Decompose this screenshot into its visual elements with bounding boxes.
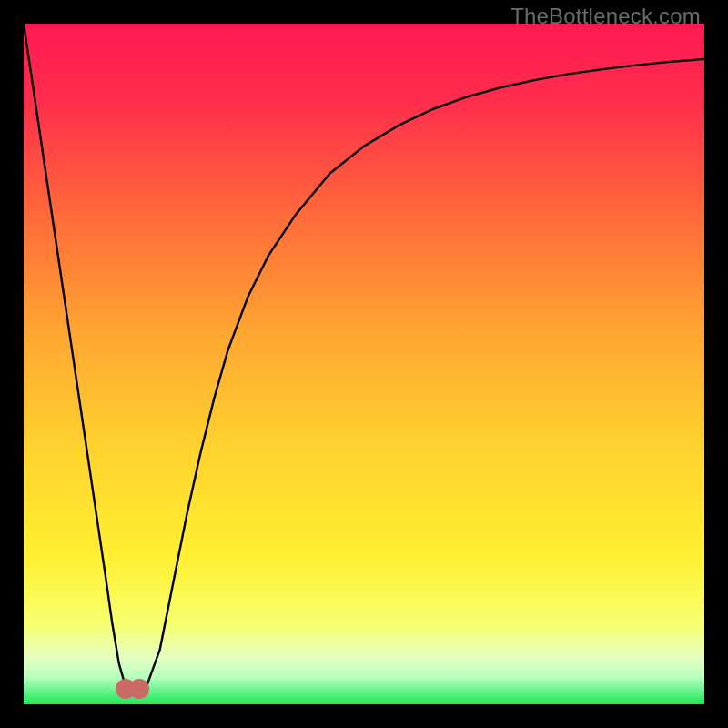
min-marker bbox=[129, 679, 149, 699]
watermark: TheBottleneck.com bbox=[511, 4, 701, 29]
chart-container: TheBottleneck.com bbox=[0, 0, 728, 728]
markers bbox=[24, 24, 704, 704]
plot-area bbox=[24, 24, 704, 704]
